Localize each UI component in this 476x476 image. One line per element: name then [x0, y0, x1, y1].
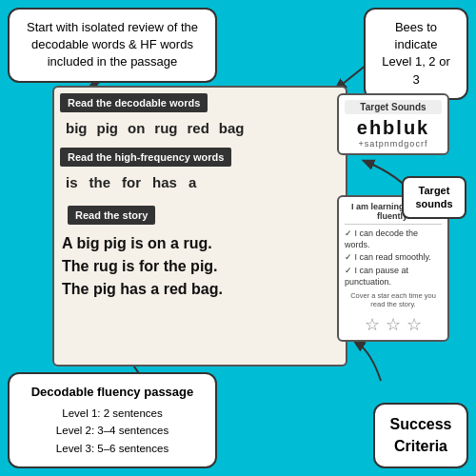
bottom-left-title: Decodable fluency passage: [23, 384, 202, 401]
hf-the: the: [89, 174, 111, 190]
section3-header: Read the story: [68, 206, 155, 225]
top-right-line1: Bees to: [395, 20, 437, 34]
word-red: red: [188, 120, 209, 136]
section1-header: Read the decodable words: [60, 93, 208, 112]
hf-has: has: [152, 174, 177, 190]
story-text: A big pig is on a rug. The rug is for th…: [54, 228, 346, 301]
target-label-line1: Target: [419, 185, 450, 196]
learning-item-1: ✓ I can decode the words.: [345, 228, 442, 250]
target-label-line2: sounds: [415, 198, 452, 209]
stars-row: ☆ ☆ ☆: [345, 314, 442, 335]
top-left-callout: Start with isolated review of the decoda…: [8, 8, 217, 83]
top-left-callout-text: Start with isolated review of the decoda…: [27, 20, 198, 69]
target-letters: ehbluk: [345, 118, 442, 137]
target-sounds-card: Target Sounds ehbluk +satpnmdgocrf: [337, 93, 449, 155]
word-rug: rug: [154, 120, 177, 136]
learning-item-2: ✓ I can read smoothly.: [345, 252, 442, 264]
main-card: Read the decodable words big pig on rug …: [52, 86, 347, 367]
target-sounds-title: Target Sounds: [345, 100, 442, 114]
learning-item-3: ✓ I can pause at punctuation.: [345, 266, 442, 288]
hf-a: a: [188, 174, 196, 190]
bottom-right-line2: Criteria: [388, 436, 453, 457]
bottom-right-line1: Success: [388, 414, 453, 435]
hf-words-row: is the for has a: [54, 170, 346, 196]
hf-for: for: [122, 174, 141, 190]
hf-is: is: [66, 174, 78, 190]
story-line-3: The pig has a red bag.: [62, 278, 338, 301]
word-bag: bag: [219, 120, 245, 136]
decodable-words-row: big pig on rug red bag: [54, 116, 346, 142]
star-3: ☆: [407, 314, 422, 335]
bottom-left-l2: Level 2: 3–4 sentences: [23, 422, 202, 439]
top-right-line2: indicate: [395, 37, 438, 51]
story-line-1: A big pig is on a rug.: [62, 232, 338, 255]
top-right-line3: Level 1, 2 or 3: [382, 54, 450, 86]
star-2: ☆: [386, 314, 401, 335]
bottom-left-l1: Level 1: 2 sentences: [23, 405, 202, 422]
top-right-callout: Bees to indicate Level 1, 2 or 3: [364, 8, 468, 100]
story-line-2: The rug is for the pig.: [62, 255, 338, 278]
target-small-letters: +satpnmdgocrf: [345, 139, 442, 149]
section2-header: Read the high-frequency words: [60, 148, 231, 167]
word-pig: pig: [97, 120, 119, 136]
target-label-box: Target sounds: [402, 176, 466, 219]
word-big: big: [66, 120, 88, 136]
cover-star-text: Cover a star each time you read the stor…: [345, 291, 442, 308]
bottom-left-callout: Decodable fluency passage Level 1: 2 sen…: [8, 372, 217, 468]
star-1: ☆: [365, 314, 380, 335]
word-on: on: [128, 120, 145, 136]
bottom-left-l3: Level 3: 5–6 sentences: [23, 440, 202, 457]
bottom-right-callout: Success Criteria: [373, 403, 468, 468]
